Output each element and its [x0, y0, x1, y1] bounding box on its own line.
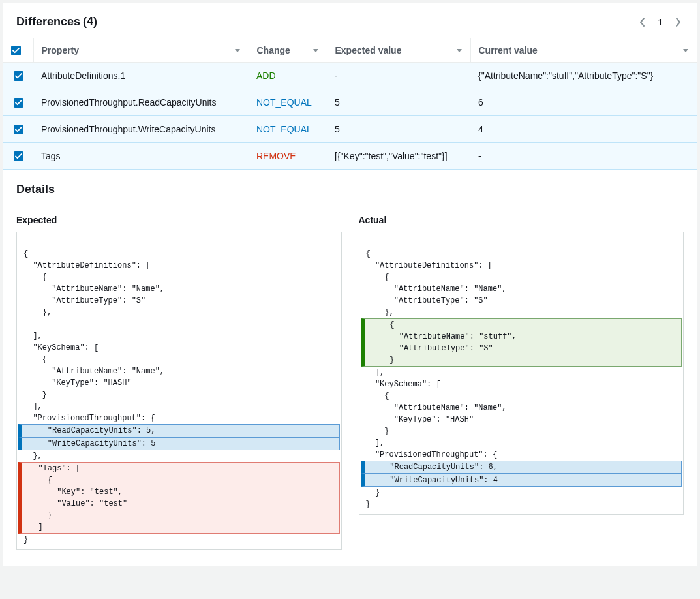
table-row[interactable]: AttributeDefinitions.1ADD-{"AttributeNam… [3, 63, 697, 89]
panel-header: Differences (4) 1 [3, 3, 697, 38]
code-line: } [359, 487, 684, 499]
sort-icon [312, 45, 319, 55]
cell-expected: 5 [327, 116, 470, 143]
code-line: } [17, 389, 341, 401]
code-line: } [17, 534, 341, 545]
code-line [359, 236, 684, 248]
code-line: "AttributeDefinitions": [ [359, 260, 684, 271]
table-row[interactable]: ProvisionedThroughput.WriteCapacityUnits… [3, 116, 697, 143]
row-checkbox[interactable] [14, 125, 23, 134]
actual-code-block: { "AttributeDefinitions": [ { "Attribute… [359, 232, 684, 515]
column-header-change[interactable]: Change [249, 38, 327, 63]
code-line: { [359, 390, 684, 402]
code-line: ], [359, 437, 684, 449]
title-text: Differences [16, 15, 80, 28]
cell-current: - [470, 143, 697, 170]
code-line: "AttributeType": "S" [17, 295, 341, 307]
diff-block-added: { "AttributeName": "stuff", "AttributeTy… [361, 318, 682, 367]
sort-icon [456, 45, 463, 55]
cell-current: 6 [470, 89, 697, 116]
code-line: "KeySchema": [ [359, 378, 684, 390]
code-line: ], [17, 330, 341, 342]
code-line: "KeyType": "HASH" [17, 377, 341, 389]
diff-block-removed: "Tags": [ { "Key": "test", "Value": "tes… [18, 462, 340, 534]
column-header-property[interactable]: Property [33, 38, 249, 63]
code-line: } [359, 499, 684, 510]
code-line: }, [359, 307, 684, 318]
code-line: "AttributeDefinitions": [ [17, 260, 341, 271]
cell-change: NOT_EQUAL [249, 116, 327, 143]
code-line: { [17, 248, 341, 260]
code-line: "AttributeName": "Name", [359, 283, 684, 295]
cell-expected: - [327, 63, 470, 89]
details-section: Details Expected { "AttributeDefinitions… [3, 170, 697, 566]
actual-label: Actual [359, 215, 684, 225]
column-header-current[interactable]: Current value [470, 38, 697, 63]
expected-label: Expected [16, 215, 342, 225]
code-line: }, [17, 307, 341, 318]
code-line: { [359, 248, 684, 260]
row-checkbox[interactable] [14, 98, 23, 108]
cell-expected: 5 [327, 89, 470, 116]
actual-column: Actual { "AttributeDefinitions": [ { "At… [359, 215, 684, 550]
details-title: Details [16, 183, 684, 196]
code-line: }, [17, 450, 341, 462]
code-line: "ProvisionedThroughput": { [359, 449, 684, 461]
cell-current: {"AttributeName":"stuff","AttributeType"… [470, 63, 697, 89]
cell-change: ADD [249, 63, 327, 89]
code-line: } [359, 425, 684, 437]
sort-icon [234, 45, 241, 55]
expected-code-block: { "AttributeDefinitions": [ { "Attribute… [16, 232, 342, 550]
code-line: "KeySchema": [ [17, 342, 341, 354]
cell-property: Tags [33, 143, 249, 170]
code-line: "AttributeType": "S" [359, 295, 684, 307]
pager: 1 [637, 16, 684, 28]
table-row[interactable]: ProvisionedThroughput.ReadCapacityUnitsN… [3, 89, 697, 116]
pager-current-page: 1 [658, 17, 663, 27]
pager-next-button[interactable] [672, 16, 684, 28]
title-count: (4) [83, 15, 97, 28]
cell-current: 4 [470, 116, 697, 143]
expected-column: Expected { "AttributeDefinitions": [ { "… [16, 215, 342, 550]
code-line: { [17, 271, 341, 283]
column-header-expected[interactable]: Expected value [327, 38, 470, 63]
diff-line-changed: "ReadCapacityUnits": 6, [361, 461, 682, 474]
code-line: "AttributeName": "Name", [17, 365, 341, 377]
diff-line-changed: "WriteCapacityUnits": 4 [361, 474, 682, 487]
cell-change: NOT_EQUAL [249, 89, 327, 116]
differences-panel: Differences (4) 1 Property [3, 3, 697, 566]
code-line: "ProvisionedThroughput": { [17, 412, 341, 424]
code-line: "AttributeName": "Name", [17, 283, 341, 295]
select-all-checkbox[interactable] [11, 46, 21, 55]
diff-line-changed: "WriteCapacityUnits": 5 [18, 437, 340, 450]
cell-property: ProvisionedThroughput.ReadCapacityUnits [33, 89, 249, 116]
differences-table: Property Change Expected value Current v… [3, 38, 697, 170]
code-line: { [17, 354, 341, 365]
table-row[interactable]: TagsREMOVE[{"Key":"test","Value":"test"}… [3, 143, 697, 170]
row-checkbox[interactable] [14, 71, 23, 81]
cell-property: AttributeDefinitions.1 [33, 63, 249, 89]
code-line [17, 236, 341, 248]
pager-prev-button[interactable] [637, 16, 648, 28]
code-line: "KeyType": "HASH" [359, 414, 684, 425]
diff-line-changed: "ReadCapacityUnits": 5, [18, 424, 340, 437]
code-line: ], [359, 367, 684, 378]
code-line: "AttributeName": "Name", [359, 402, 684, 414]
panel-title: Differences (4) [16, 15, 97, 29]
column-header-select-all[interactable] [3, 38, 33, 63]
row-checkbox[interactable] [14, 151, 23, 161]
code-line: { [359, 271, 684, 283]
code-line [17, 318, 341, 330]
code-line: ], [17, 401, 341, 412]
sort-icon [682, 45, 689, 55]
cell-change: REMOVE [249, 143, 327, 170]
cell-property: ProvisionedThroughput.WriteCapacityUnits [33, 116, 249, 143]
cell-expected: [{"Key":"test","Value":"test"}] [327, 143, 470, 170]
